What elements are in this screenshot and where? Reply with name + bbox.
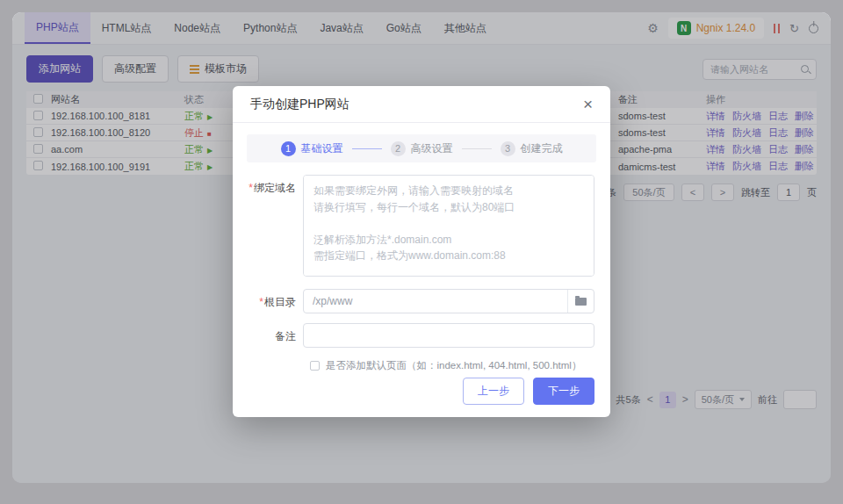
bind-domain-row: *绑定域名 (249, 175, 594, 279)
step-create-complete: 3 创建完成 (501, 141, 563, 156)
root-dir-label: *根目录 (249, 289, 303, 313)
step-basic-settings: 1 基础设置 (281, 141, 343, 156)
modal-body: *绑定域名 *根目录 备注 是否添加 (233, 162, 610, 378)
modal-header: 手动创建PHP网站 × (233, 86, 610, 123)
folder-icon (575, 298, 587, 306)
remark-input[interactable] (304, 329, 594, 342)
next-step-button[interactable]: 下一步 (533, 378, 594, 405)
default-page-checkbox[interactable] (310, 361, 320, 371)
root-dir-input[interactable] (304, 295, 567, 307)
bind-domain-label: *绑定域名 (249, 175, 303, 279)
default-page-label: 是否添加默认页面（如：index.html, 404.html, 500.htm… (326, 359, 581, 372)
create-php-site-modal: 手动创建PHP网站 × 1 基础设置 2 高级设置 3 创建完成 *绑定域名 *… (233, 86, 610, 417)
default-page-row: 是否添加默认页面（如：index.html, 404.html, 500.htm… (310, 359, 594, 372)
domain-textarea[interactable] (303, 175, 594, 277)
step-advanced-settings: 2 高级设置 (391, 141, 453, 156)
step-indicator: 1 基础设置 2 高级设置 3 创建完成 (247, 134, 596, 162)
remark-label: 备注 (249, 323, 303, 348)
remark-row: 备注 (249, 323, 594, 348)
modal-title: 手动创建PHP网站 (250, 97, 349, 112)
browse-folder-button[interactable] (567, 290, 594, 313)
close-icon[interactable]: × (583, 96, 593, 112)
modal-footer: 上一步 下一步 (233, 378, 610, 417)
prev-step-button[interactable]: 上一步 (463, 378, 524, 405)
root-dir-row: *根目录 (249, 289, 594, 313)
